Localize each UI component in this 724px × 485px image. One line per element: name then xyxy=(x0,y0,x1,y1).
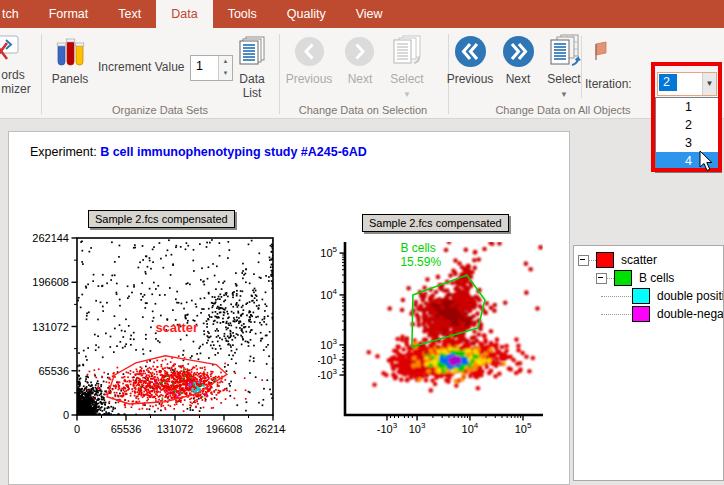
svg-text:103: 103 xyxy=(320,337,337,351)
experiment-prefix: Experiment: xyxy=(30,145,100,159)
tree-row-scatter[interactable]: scatter xyxy=(574,252,724,269)
tree-label-double-positive: double positive xyxy=(657,289,724,303)
select-icon[interactable] xyxy=(548,34,582,68)
svg-text:0: 0 xyxy=(74,423,80,435)
cut-group-label-1: ords xyxy=(1,68,24,82)
ribbon-tab-bar: tch Format Text Data Tools Quality View xyxy=(0,0,724,28)
tab-format[interactable]: Format xyxy=(34,0,104,28)
tree-label-double-negative: double-negative xyxy=(657,307,724,321)
scatter-color-swatch xyxy=(596,252,614,268)
tab-quality[interactable]: Quality xyxy=(272,0,341,28)
tree-label-scatter: scatter xyxy=(621,253,657,267)
select-button[interactable]: Select xyxy=(547,72,580,86)
plot1-title-box[interactable]: Sample 2.fcs compensated xyxy=(88,210,235,228)
data-list-button-line2: List xyxy=(243,86,262,100)
svg-text:103: 103 xyxy=(409,421,426,435)
select-dropdown-icon[interactable]: ▼ xyxy=(560,90,568,99)
previous-button[interactable]: Previous xyxy=(447,72,494,86)
increment-value-stepper[interactable]: 1 ▲▼ xyxy=(190,55,233,81)
tree-row-bcells[interactable]: B cells xyxy=(574,270,724,287)
record-delete-icon[interactable] xyxy=(0,35,20,61)
svg-text:262144: 262144 xyxy=(32,232,69,244)
scatter-plot-fsc-ssc[interactable]: 0655361310721966082621440655361310721966… xyxy=(14,203,286,453)
svg-text:104: 104 xyxy=(462,421,479,435)
group-organize-data-sets: Organize Data Sets xyxy=(112,104,208,116)
svg-text:15.59%: 15.59% xyxy=(400,255,441,269)
svg-text:104: 104 xyxy=(320,287,337,301)
previous-icon-disabled xyxy=(294,36,325,67)
increment-value-text: 1 xyxy=(196,59,203,73)
svg-text:131072: 131072 xyxy=(157,423,194,435)
select-button-disabled: Select xyxy=(390,72,423,86)
svg-text:0: 0 xyxy=(63,409,69,421)
select-icon-disabled xyxy=(391,34,424,67)
gate-tree-panel: scatter B cells double positive double-n… xyxy=(573,245,724,481)
increment-value-label: Increment Value xyxy=(98,60,185,74)
tree-row-double-positive[interactable]: double positive xyxy=(574,288,724,305)
group-change-data-all-objects: Change Data on All Objects xyxy=(495,104,630,116)
group-change-data-selection: Change Data on Selection xyxy=(299,104,427,116)
panels-test-tubes-icon[interactable] xyxy=(56,37,86,67)
next-button[interactable]: Next xyxy=(506,72,531,86)
svg-text:105: 105 xyxy=(320,245,337,259)
tab-view[interactable]: View xyxy=(341,0,398,28)
flag-icon xyxy=(592,41,610,63)
data-list-icon[interactable] xyxy=(237,36,267,66)
next-icon-disabled xyxy=(344,36,375,67)
tab-tools[interactable]: Tools xyxy=(213,0,272,28)
svg-text:B cells: B cells xyxy=(400,241,435,255)
double-positive-color-swatch xyxy=(632,288,650,304)
plot2-title-box[interactable]: Sample 2.fcs compensated xyxy=(362,214,509,232)
svg-text:-103: -103 xyxy=(318,367,338,381)
select-dropdown-icon-disabled: ▼ xyxy=(403,90,411,99)
tree-row-double-negative[interactable]: double-negative xyxy=(574,306,724,323)
density-plot-bcells[interactable]: -103103104105105104103-101-103B cells15.… xyxy=(318,203,558,455)
spin-down-icon[interactable]: ▼ xyxy=(219,68,232,80)
svg-text:196608: 196608 xyxy=(32,276,69,288)
double-negative-color-swatch xyxy=(632,306,650,322)
svg-text:105: 105 xyxy=(515,421,532,435)
bcells-color-swatch xyxy=(614,270,632,286)
cut-group-label-2: mizer xyxy=(1,82,30,96)
next-icon[interactable] xyxy=(502,35,535,68)
svg-text:65536: 65536 xyxy=(111,423,142,435)
iteration-label: Iteration: xyxy=(585,77,632,91)
data-list-button[interactable]: Data xyxy=(239,72,264,86)
tab-batch-partial[interactable]: tch xyxy=(0,0,34,28)
svg-text:-103: -103 xyxy=(377,421,398,435)
mouse-cursor xyxy=(699,150,715,172)
svg-text:131072: 131072 xyxy=(32,321,69,333)
ribbon: ords mizer Panels Increment Value 1 ▲▼ D… xyxy=(0,28,724,119)
tab-text[interactable]: Text xyxy=(103,0,156,28)
panels-button[interactable]: Panels xyxy=(52,72,89,86)
spin-up-icon[interactable]: ▲ xyxy=(219,56,232,68)
previous-icon[interactable] xyxy=(454,35,487,68)
svg-text:262144: 262144 xyxy=(255,423,286,435)
previous-button-disabled: Previous xyxy=(286,72,333,86)
next-button-disabled: Next xyxy=(348,72,373,86)
svg-text:scatter: scatter xyxy=(155,320,198,335)
tab-data[interactable]: Data xyxy=(156,0,212,28)
experiment-name: B cell immunophenotyping study #A245-6AD xyxy=(100,145,367,159)
experiment-title: Experiment: B cell immunophenotyping stu… xyxy=(30,145,367,159)
svg-text:-101: -101 xyxy=(318,352,338,366)
svg-text:65536: 65536 xyxy=(38,365,69,377)
svg-text:196608: 196608 xyxy=(206,423,243,435)
tree-label-bcells: B cells xyxy=(639,271,674,285)
